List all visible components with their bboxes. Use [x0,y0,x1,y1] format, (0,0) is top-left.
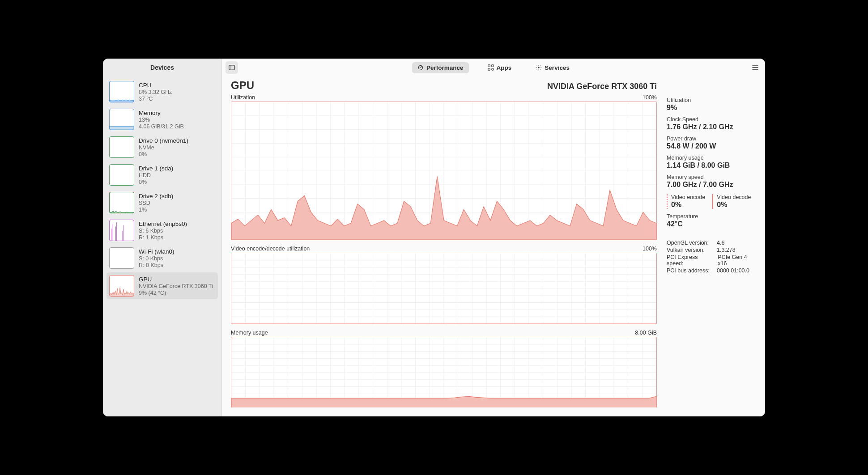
device-thumb [109,275,134,297]
tab-performance[interactable]: Performance [412,62,469,73]
chart-area [231,337,657,407]
device-name: Drive 0 (nvme0n1) [139,137,188,144]
chart-utilization: Utilization100% [231,94,657,240]
chart-area [231,102,657,240]
device-name: GPU [139,276,213,283]
charts-column: GPU NVIDIA GeForce RTX 3060 Ti Utilizati… [231,79,657,407]
info-encode: Video encode0% [667,194,705,209]
info-power: Power draw54.8 W / 200 W [667,136,756,150]
spec-row: OpenGL version:4.6 [667,240,756,246]
device-sub1: SSD [139,200,173,206]
hamburger-icon [752,64,759,71]
info-memspeed: Memory speed7.00 GHz / 7.00 GHz [667,174,756,189]
device-sub1: S: 6 Kbps [139,228,187,234]
device-sub2: 0% [139,151,188,157]
device-sub2: 1% [139,207,173,213]
speedometer-icon [417,64,424,71]
spec-key: OpenGL version: [667,240,713,246]
menu-button[interactable] [749,61,762,74]
device-thumb [109,81,134,102]
chart-label: Video encode/decode utilization [231,246,310,252]
chart-max: 100% [642,94,657,101]
info-utilization: Utilization9% [667,97,756,112]
device-item[interactable]: Memory 13% 4.06 GiB/31.2 GiB [106,106,218,133]
device-thumb [109,192,134,213]
spec-value: PCIe Gen 4 x16 [718,254,756,267]
device-name: CPU [139,82,172,89]
spec-key: Vulkan version: [667,247,713,253]
device-sub1: 8% 3.32 GHz [139,89,172,95]
spec-key: PCI bus address: [667,267,713,274]
device-sub1: 13% [139,117,184,123]
device-item[interactable]: Ethernet (enp5s0) S: 6 Kbps R: 1 Kbps [106,217,218,244]
tab-services[interactable]: Services [530,62,575,73]
specs-block: OpenGL version:4.6Vulkan version:1.3.278… [667,240,756,275]
device-item[interactable]: CPU 8% 3.32 GHz 37 °C [106,78,218,105]
device-name: Ethernet (enp5s0) [139,221,187,227]
device-name: Drive 1 (sda) [139,165,173,172]
device-sub1: NVMe [139,144,188,151]
chart-label: Memory usage [231,330,268,336]
device-sub1: HDD [139,172,173,178]
device-sub2: R: 1 Kbps [139,234,187,241]
toggle-sidebar-button[interactable] [226,61,238,74]
chart-label: Utilization [231,94,255,101]
device-sub2: 9% (42 °C) [139,290,213,296]
device-thumb [109,220,134,241]
tab-apps[interactable]: Apps [482,62,517,73]
svg-rect-0 [229,65,234,70]
device-sub2: 0% [139,179,173,185]
device-thumb [109,109,134,130]
svg-rect-2 [488,65,489,67]
services-icon [536,64,542,71]
page-title: GPU [231,79,254,92]
device-item[interactable]: Drive 2 (sdb) SSD 1% [106,189,218,216]
info-memusage: Memory usage1.14 GiB / 8.00 GiB [667,155,756,170]
sidebar-icon [229,64,235,71]
chart-area [231,253,657,324]
info-column: Utilization9% Clock Speed1.76 GHz / 2.10… [667,79,756,407]
app-window: Devices CPU 8% 3.32 GHz 37 °C Memory 13%… [103,59,765,416]
device-item[interactable]: Drive 1 (sda) HDD 0% [106,161,218,188]
device-sub1: NVIDIA GeForce RTX 3060 Ti [139,283,213,289]
title-row: GPU NVIDIA GeForce RTX 3060 Ti [231,79,657,92]
encode-decode-row: Video encode0% Video decode0% [667,194,756,209]
device-sub2: R: 0 Kbps [139,262,174,268]
spec-value: 0000:01:00.0 [717,267,749,274]
device-thumb [109,136,134,158]
device-item[interactable]: Wi-Fi (wlan0) S: 0 Kbps R: 0 Kbps [106,245,218,271]
device-name: Wi-Fi (wlan0) [139,248,174,255]
chart-memory: Memory usage8.00 GiB [231,330,657,407]
svg-rect-4 [488,68,489,70]
sidebar-title: Devices [103,59,221,76]
svg-point-6 [538,67,540,68]
gpu-model: NVIDIA GeForce RTX 3060 Ti [547,82,657,91]
device-sub1: S: 0 Kbps [139,255,174,262]
device-thumb [109,247,134,269]
tab-label: Performance [426,64,464,71]
device-sub2: 37 °C [139,96,172,102]
device-item[interactable]: GPU NVIDIA GeForce RTX 3060 Ti 9% (42 °C… [106,272,218,299]
svg-point-5 [491,68,493,70]
sidebar: Devices CPU 8% 3.32 GHz 37 °C Memory 13%… [103,59,222,416]
device-thumb [109,164,134,186]
device-list: CPU 8% 3.32 GHz 37 °C Memory 13% 4.06 Gi… [103,76,221,302]
info-decode: Video decode0% [712,194,751,209]
spec-row: PCI bus address:0000:01:00.0 [667,267,756,274]
device-name: Drive 2 (sdb) [139,193,173,199]
svg-rect-3 [491,65,493,67]
device-item[interactable]: Drive 0 (nvme0n1) NVMe 0% [106,134,218,161]
spec-value: 4.6 [717,240,724,246]
spec-row: PCI Express speed:PCIe Gen 4 x16 [667,254,756,267]
chart-max: 8.00 GiB [635,330,657,336]
topbar: Performance Apps Services [222,59,765,76]
main-pane: Performance Apps Services GPU NVIDIA [222,59,765,416]
spec-key: PCI Express speed: [667,254,714,267]
chart-video: Video encode/decode utilization100% [231,246,657,324]
chart-max: 100% [642,246,657,252]
device-name: Memory [139,110,184,116]
tab-bar: Performance Apps Services [242,62,745,73]
info-clock: Clock Speed1.76 GHz / 2.10 GHz [667,116,756,131]
page-body: GPU NVIDIA GeForce RTX 3060 Ti Utilizati… [222,76,765,416]
info-temp: Temperature42°C [667,213,756,228]
